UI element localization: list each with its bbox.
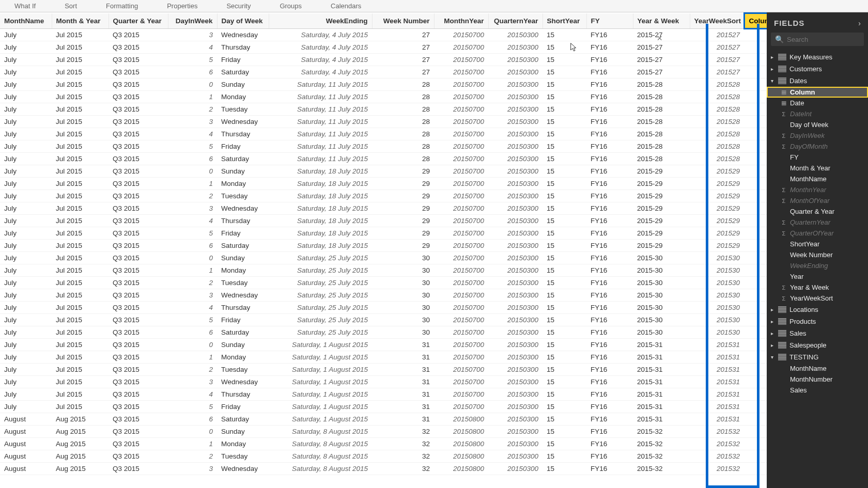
cell-yearweeksort[interactable]: 201528	[690, 153, 744, 165]
cell-shortyear[interactable]: 15	[542, 29, 586, 41]
cell-fy[interactable]: FY16	[586, 413, 633, 426]
column-header-yearweeksort[interactable]: YearWeekSort	[690, 13, 744, 29]
cell-monthname[interactable]: August	[0, 463, 52, 475]
table-row[interactable]: JulyJul 2015Q3 20152TuesdaySaturday, 11 …	[0, 103, 767, 116]
cell-yearweek[interactable]: 2015-29	[633, 178, 690, 190]
cell-dayofweek[interactable]: Friday	[217, 140, 269, 153]
cell-fy[interactable]: FY16	[586, 364, 633, 376]
cell-yearweek[interactable]: 2015-28	[633, 153, 690, 165]
cell-monthname[interactable]: July	[0, 66, 52, 78]
cell-shortyear[interactable]: 15	[542, 66, 586, 78]
cell-monthnyear[interactable]: 20150700	[434, 388, 488, 401]
cell-shortyear[interactable]: 15	[542, 240, 586, 252]
cell-shortyear[interactable]: 15	[542, 351, 586, 364]
table-row[interactable]: JulyJul 2015Q3 20153WednesdaySaturday, 2…	[0, 289, 767, 302]
cell-dayinweek[interactable]: 5	[168, 54, 217, 66]
field-column-fy[interactable]: FY	[767, 152, 868, 163]
table-row[interactable]: JulyJul 2015Q3 20151MondaySaturday, 1 Au…	[0, 351, 767, 364]
cell-column[interactable]	[744, 438, 767, 450]
cell-fy[interactable]: FY16	[586, 314, 633, 326]
cell-weekending[interactable]: Saturday, 25 July 2015	[269, 326, 372, 339]
cell-quarteryear[interactable]: Q3 2015	[109, 227, 168, 240]
cell-monthnyear[interactable]: 20150700	[434, 364, 488, 376]
cell-dayinweek[interactable]: 3	[168, 463, 217, 475]
cell-monthnyear[interactable]: 20150700	[434, 116, 488, 128]
cell-monthnyear[interactable]: 20150700	[434, 289, 488, 302]
cell-yearweeksort[interactable]: 201527	[690, 66, 744, 78]
cell-yearweek[interactable]: 2015-30	[633, 302, 690, 314]
cell-monthnyear[interactable]: 20150700	[434, 302, 488, 314]
cell-dayofweek[interactable]: Sunday	[217, 78, 269, 91]
cell-monthname[interactable]: July	[0, 178, 52, 190]
cell-dayofweek[interactable]: Thursday	[217, 41, 269, 54]
cell-weeknumber[interactable]: 29	[372, 202, 434, 215]
cell-monthname[interactable]: July	[0, 252, 52, 264]
cell-fy[interactable]: FY16	[586, 264, 633, 277]
cell-quarternyear[interactable]: 20150300	[488, 438, 542, 450]
cell-monthnyear[interactable]: 20150700	[434, 264, 488, 277]
column-header-weeknumber[interactable]: Week Number	[372, 13, 434, 29]
cell-quarteryear[interactable]: Q3 2015	[109, 153, 168, 165]
cell-dayofweek[interactable]: Friday	[217, 54, 269, 66]
cell-dayofweek[interactable]: Tuesday	[217, 277, 269, 289]
cell-yearweeksort[interactable]: 201532	[690, 438, 744, 450]
cell-yearweeksort[interactable]: 201529	[690, 178, 744, 190]
cell-weekending[interactable]: Saturday, 25 July 2015	[269, 289, 372, 302]
cell-monthnyear[interactable]: 20150700	[434, 376, 488, 388]
cell-fy[interactable]: FY16	[586, 66, 633, 78]
cell-dayofweek[interactable]: Monday	[217, 264, 269, 277]
cell-monthnyear[interactable]: 20150700	[434, 54, 488, 66]
cell-yearweek[interactable]: 2015-32	[633, 463, 690, 475]
cell-monthnyear[interactable]: 20150700	[434, 66, 488, 78]
cell-dayinweek[interactable]: 0	[168, 165, 217, 178]
cell-shortyear[interactable]: 15	[542, 202, 586, 215]
cell-column[interactable]	[744, 178, 767, 190]
field-table-locations[interactable]: ▸Locations	[767, 304, 868, 316]
cell-monthyear[interactable]: Jul 2015	[52, 277, 109, 289]
cell-dayinweek[interactable]: 4	[168, 302, 217, 314]
field-column-yearweeksort[interactable]: ΣYearWeekSort	[767, 293, 868, 304]
cell-weekending[interactable]: Saturday, 4 July 2015	[269, 29, 372, 41]
cell-column[interactable]	[744, 153, 767, 165]
cell-yearweek[interactable]: 2015-30	[633, 289, 690, 302]
cell-weekending[interactable]: Saturday, 25 July 2015	[269, 314, 372, 326]
cell-column[interactable]	[744, 215, 767, 227]
cell-weekending[interactable]: Saturday, 18 July 2015	[269, 240, 372, 252]
cell-dayinweek[interactable]: 3	[168, 376, 217, 388]
cell-fy[interactable]: FY16	[586, 178, 633, 190]
field-column-week-number[interactable]: Week Number	[767, 249, 868, 260]
cell-weeknumber[interactable]: 32	[372, 426, 434, 438]
cell-weeknumber[interactable]: 31	[372, 376, 434, 388]
table-row[interactable]: JulyJul 2015Q3 20156SaturdaySaturday, 18…	[0, 240, 767, 252]
cell-fy[interactable]: FY16	[586, 116, 633, 128]
cell-monthyear[interactable]: Jul 2015	[52, 289, 109, 302]
cell-yearweek[interactable]: 2015-28	[633, 91, 690, 103]
cell-fy[interactable]: FY16	[586, 302, 633, 314]
cell-quarteryear[interactable]: Q3 2015	[109, 326, 168, 339]
cell-yearweeksort[interactable]: 201528	[690, 140, 744, 153]
cell-monthname[interactable]: July	[0, 202, 52, 215]
cell-quarternyear[interactable]: 20150300	[488, 277, 542, 289]
field-column-dayinweek[interactable]: ΣDayInWeek	[767, 130, 868, 141]
cell-fy[interactable]: FY16	[586, 91, 633, 103]
field-column-monthname[interactable]: MonthName	[767, 363, 868, 374]
cell-shortyear[interactable]: 15	[542, 450, 586, 463]
cell-weeknumber[interactable]: 30	[372, 302, 434, 314]
cell-weekending[interactable]: Saturday, 4 July 2015	[269, 41, 372, 54]
cell-weekending[interactable]: Saturday, 1 August 2015	[269, 364, 372, 376]
cell-fy[interactable]: FY16	[586, 289, 633, 302]
cell-quarteryear[interactable]: Q3 2015	[109, 128, 168, 140]
cell-weeknumber[interactable]: 32	[372, 438, 434, 450]
cell-fy[interactable]: FY16	[586, 140, 633, 153]
ribbon-what-if[interactable]: What If	[0, 0, 50, 12]
cell-yearweeksort[interactable]: 201531	[690, 339, 744, 351]
cell-monthnyear[interactable]: 20150700	[434, 314, 488, 326]
cell-fy[interactable]: FY16	[586, 426, 633, 438]
cell-dayinweek[interactable]: 3	[168, 202, 217, 215]
table-row[interactable]: JulyJul 2015Q3 20151MondaySaturday, 18 J…	[0, 178, 767, 190]
cell-yearweeksort[interactable]: 201531	[690, 413, 744, 426]
table-row[interactable]: JulyJul 2015Q3 20155FridaySaturday, 25 J…	[0, 314, 767, 326]
cell-yearweeksort[interactable]: 201530	[690, 314, 744, 326]
cell-monthname[interactable]: July	[0, 165, 52, 178]
cell-yearweeksort[interactable]: 201530	[690, 302, 744, 314]
